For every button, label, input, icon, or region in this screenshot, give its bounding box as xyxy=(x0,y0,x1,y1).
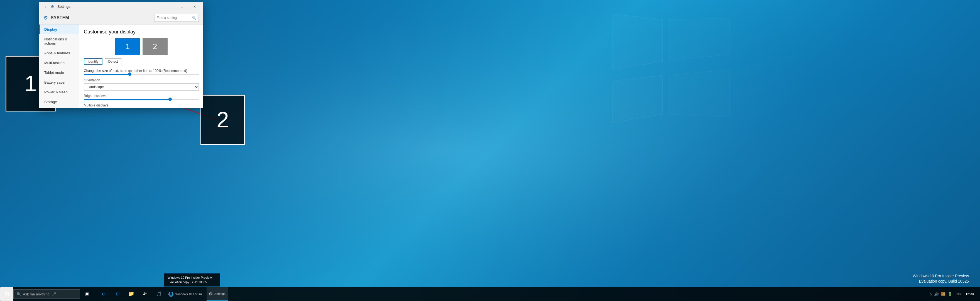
page-title: Customise your display xyxy=(84,29,199,35)
search-icon: 🔍 xyxy=(192,16,196,20)
forum-icon: 🌐 xyxy=(168,291,174,297)
settings-header-title: SYSTEM xyxy=(51,15,69,20)
minimize-button[interactable]: ─ xyxy=(162,2,175,11)
orientation-select[interactable]: Landscape Portrait Landscape (flipped) P… xyxy=(84,83,199,91)
volume-icon[interactable]: 🔊 xyxy=(934,292,939,296)
nav-item-tablet[interactable]: Tablet mode xyxy=(39,68,79,77)
scale-slider[interactable] xyxy=(84,74,199,75)
nav-item-multitasking[interactable]: Multi-tasking xyxy=(39,58,79,68)
window-controls: ─ □ ✕ xyxy=(162,2,201,11)
settings-nav: Display Notifications & actions Apps & f… xyxy=(39,24,80,108)
scale-slider-thumb xyxy=(128,72,131,76)
settings-search-box[interactable]: 🔍 xyxy=(154,14,199,22)
close-button[interactable]: ✕ xyxy=(188,2,201,11)
svg-marker-2 xyxy=(668,18,729,61)
multiple-displays-section: Multiple displays Duplicate these displa… xyxy=(84,103,199,108)
monitor-preview-2[interactable]: 2 xyxy=(143,38,168,55)
start-icon: ⊞ xyxy=(5,291,9,297)
taskbar-app-forum[interactable]: 🌐 Windows 10 Forum... xyxy=(166,287,207,301)
brightness-thumb xyxy=(169,98,172,101)
taskbar-search-icon: 🔍 xyxy=(16,292,21,296)
nav-item-battery[interactable]: Battery saver xyxy=(39,77,79,87)
nav-item-display[interactable]: Display xyxy=(39,24,79,34)
settings-content: Display Notifications & actions Apps & f… xyxy=(39,24,203,108)
display-settings-panel: Customise your display 1 2 Identify Dete… xyxy=(80,24,203,108)
svg-marker-3 xyxy=(612,75,663,123)
identify-button[interactable]: Identify xyxy=(84,58,102,65)
network-icon[interactable]: 📶 xyxy=(941,292,945,296)
brightness-slider[interactable] xyxy=(84,99,199,100)
taskbar-app-edge[interactable]: e xyxy=(96,287,110,301)
tray-icons: △ 🔊 📶 🔋 ENG xyxy=(930,292,961,296)
scale-label: Change the size of text, apps and other … xyxy=(84,69,199,73)
store-icon: 🛍 xyxy=(143,291,147,296)
taskbar-search[interactable]: 🔍 Ask me anything 🎤 xyxy=(13,289,80,299)
forum-label: Windows 10 Forum... xyxy=(175,292,204,296)
multiple-displays-label: Multiple displays xyxy=(84,103,199,107)
detect-button[interactable]: Detect xyxy=(105,58,122,65)
battery-icon[interactable]: 🔋 xyxy=(948,292,952,296)
edge-icon: e xyxy=(102,291,105,297)
settings-search-input[interactable] xyxy=(157,16,192,20)
clock-time: 15:30 xyxy=(966,292,974,296)
settings-header: ⚙ SYSTEM 🔍 xyxy=(39,11,203,24)
settings-taskbar-icon: ⚙ xyxy=(209,291,213,296)
notification-tooltip: Windows 10 Pro Insider Preview Evaluatio… xyxy=(164,274,220,287)
task-view-icon: ▣ xyxy=(85,291,89,296)
notification-line1: Windows 10 Pro Insider Preview xyxy=(168,275,216,280)
desktop-monitor-2-label: 2 xyxy=(200,95,245,145)
explorer-icon: 📁 xyxy=(128,291,134,297)
taskbar-app-media[interactable]: 🎵 xyxy=(152,287,166,301)
settings-label: Settings xyxy=(215,292,226,295)
nav-item-offline[interactable]: Offline maps xyxy=(39,107,79,108)
win-info-line2: Evaluation copy. Build 10525 xyxy=(913,279,969,284)
taskbar-tray: △ 🔊 📶 🔋 ENG 15:30 xyxy=(930,292,980,296)
nav-item-apps[interactable]: Apps & features xyxy=(39,48,79,58)
taskbar-app-ie[interactable]: ê xyxy=(110,287,124,301)
brightness-section: Brightness level xyxy=(84,94,199,100)
taskbar-app-explorer[interactable]: 📁 xyxy=(124,287,138,301)
maximize-button[interactable]: □ xyxy=(175,2,188,11)
monitor-preview-1[interactable]: 1 xyxy=(115,38,140,55)
taskbar-app-store[interactable]: 🛍 xyxy=(138,287,152,301)
settings-window: ‹ ⚙ Settings ─ □ ✕ ⚙ SYSTEM 🔍 Display No… xyxy=(39,2,203,108)
window-title: Settings xyxy=(57,5,162,9)
orientation-label: Orientation xyxy=(84,78,199,82)
taskbar: ⊞ 🔍 Ask me anything 🎤 ▣ e ê 📁 🛍 🎵 xyxy=(0,287,980,301)
notification-line2: Evaluation copy. Build 10525 xyxy=(168,280,216,284)
windows-info: Windows 10 Pro Insider Preview Evaluatio… xyxy=(913,274,969,284)
back-button[interactable]: ‹ xyxy=(41,3,49,11)
taskbar-search-text: Ask me anything xyxy=(23,292,49,296)
nav-item-notifications[interactable]: Notifications & actions xyxy=(39,34,79,48)
task-view-button[interactable]: ▣ xyxy=(80,287,94,301)
taskbar-app-settings[interactable]: ⚙ Settings xyxy=(207,287,228,301)
svg-marker-4 xyxy=(668,70,729,117)
nav-item-storage[interactable]: Storage xyxy=(39,97,79,107)
ie-icon: ê xyxy=(116,291,119,297)
display-actions: Identify Detect xyxy=(84,58,199,65)
window-icon: ⚙ xyxy=(49,3,56,10)
nav-item-power[interactable]: Power & sleep xyxy=(39,87,79,97)
titlebar: ‹ ⚙ Settings ─ □ ✕ xyxy=(39,2,203,11)
display-preview: 1 2 xyxy=(84,38,199,55)
lang-label[interactable]: ENG xyxy=(955,292,961,296)
settings-header-icon: ⚙ xyxy=(43,15,48,21)
svg-marker-1 xyxy=(612,14,663,70)
tray-chevron-icon[interactable]: △ xyxy=(930,292,932,296)
taskbar-clock[interactable]: 15:30 xyxy=(962,292,977,296)
mic-icon: 🎤 xyxy=(52,292,56,296)
orientation-section: Orientation Landscape Portrait Landscape… xyxy=(84,78,199,91)
media-icon: 🎵 xyxy=(156,291,162,296)
scale-section: Change the size of text, apps and other … xyxy=(84,69,199,75)
taskbar-apps: e ê 📁 🛍 🎵 🌐 Windows 10 Forum... ⚙ Settin… xyxy=(96,287,228,301)
scale-slider-track xyxy=(84,74,130,75)
win-info-line1: Windows 10 Pro Insider Preview xyxy=(913,274,969,279)
brightness-label: Brightness level xyxy=(84,94,199,98)
start-button[interactable]: ⊞ xyxy=(0,287,13,301)
